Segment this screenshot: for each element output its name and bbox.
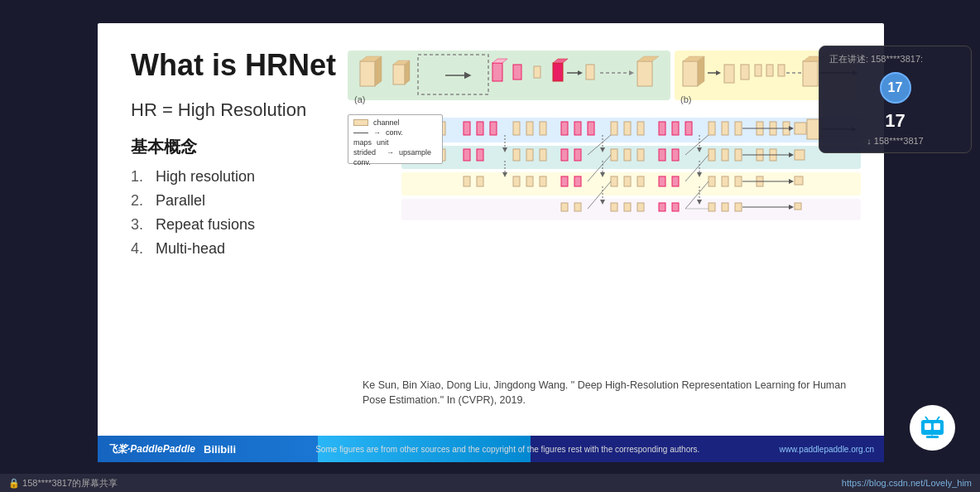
svg-rect-25 — [683, 61, 698, 86]
svg-rect-120 — [722, 203, 728, 211]
svg-rect-58 — [561, 122, 568, 135]
svg-rect-92 — [722, 149, 728, 161]
svg-rect-114 — [611, 203, 617, 211]
svg-rect-150 — [795, 150, 805, 160]
svg-rect-112 — [561, 203, 568, 211]
svg-text:(a): (a) — [354, 94, 365, 104]
user-name: ↓ 158****3817 — [829, 136, 961, 146]
svg-rect-84 — [561, 149, 568, 161]
svg-rect-116 — [637, 203, 644, 211]
svg-rect-82 — [526, 149, 533, 161]
svg-rect-104 — [624, 176, 631, 186]
svg-rect-153 — [795, 176, 803, 185]
svg-rect-100 — [540, 176, 546, 186]
user-count: 17 — [829, 110, 961, 132]
svg-rect-85 — [574, 149, 581, 161]
svg-rect-16 — [553, 63, 563, 81]
svg-rect-101 — [561, 176, 568, 186]
svg-rect-90 — [672, 149, 679, 161]
svg-rect-59 — [574, 122, 581, 135]
svg-rect-118 — [672, 203, 679, 211]
legend-box: channel → conv. maps unit strided → upsa… — [348, 114, 443, 164]
svg-rect-80 — [477, 149, 483, 161]
popup-header: 正在讲述: 158****3817: — [829, 53, 961, 65]
svg-rect-81 — [513, 149, 520, 161]
user-avatar: 17 — [880, 72, 911, 104]
svg-line-161 — [937, 417, 939, 420]
svg-rect-107 — [672, 176, 679, 186]
svg-rect-79 — [464, 149, 470, 161]
svg-rect-117 — [659, 203, 665, 211]
concept-num-3: 3. — [131, 216, 156, 234]
svg-rect-159 — [934, 423, 940, 430]
svg-rect-14 — [513, 65, 521, 80]
svg-rect-98 — [513, 176, 520, 186]
svg-rect-53 — [477, 122, 483, 135]
svg-marker-6 — [375, 56, 382, 86]
concept-label-3: Repeat fusions — [156, 216, 255, 234]
svg-rect-93 — [735, 149, 742, 161]
svg-rect-68 — [722, 122, 728, 135]
svg-rect-103 — [611, 176, 617, 186]
slide-footer: 飞桨·PaddlePaddle Bilibili Some figures ar… — [98, 436, 884, 462]
svg-rect-108 — [709, 176, 715, 186]
svg-rect-147 — [795, 123, 806, 134]
svg-rect-110 — [735, 176, 742, 186]
svg-rect-113 — [574, 203, 581, 211]
status-left-text: 🔒 158****3817的屏幕共享 — [8, 477, 118, 490]
footer-paddle: 飞桨·PaddlePaddle — [108, 442, 195, 456]
svg-rect-61 — [611, 122, 617, 135]
svg-rect-89 — [659, 149, 665, 161]
footer-center-text: Some figures are from other sources and … — [244, 445, 771, 454]
svg-rect-156 — [795, 203, 801, 210]
svg-rect-87 — [624, 149, 631, 161]
slide-content: What is HRNet HR = High Resolution 基本概念 … — [98, 23, 884, 462]
svg-rect-158 — [925, 423, 931, 430]
svg-rect-106 — [659, 176, 665, 186]
svg-rect-4 — [360, 61, 375, 86]
svg-rect-97 — [477, 176, 483, 186]
svg-rect-60 — [588, 122, 594, 135]
svg-rect-30 — [724, 65, 734, 83]
svg-rect-7 — [393, 65, 405, 84]
footer-bilibili: Bilibili — [204, 443, 236, 456]
svg-rect-15 — [534, 66, 540, 78]
svg-rect-109 — [722, 176, 728, 186]
concept-num-2: 2. — [131, 192, 156, 210]
citation-text: Ke Sun, Bin Xiao, Dong Liu, Jingdong Wan… — [363, 379, 846, 407]
user-popup: 正在讲述: 158****3817: 17 17 ↓ 158****3817 — [819, 46, 972, 153]
svg-marker-9 — [405, 60, 410, 84]
citation: Ke Sun, Bin Xiao, Dong Liu, Jingdong Wan… — [363, 378, 851, 409]
svg-rect-83 — [540, 149, 546, 161]
bilibili-icon — [910, 405, 955, 451]
svg-rect-99 — [526, 176, 533, 186]
svg-rect-57 — [540, 122, 546, 135]
svg-rect-20 — [586, 65, 594, 80]
diagram-area: (a) (b) — [348, 46, 861, 386]
svg-rect-88 — [637, 149, 644, 161]
concept-label-1: High resolution — [156, 168, 255, 186]
svg-rect-56 — [526, 122, 533, 135]
concept-num-1: 1. — [131, 168, 156, 186]
svg-rect-65 — [672, 122, 679, 135]
svg-rect-54 — [490, 122, 497, 135]
svg-rect-119 — [709, 203, 715, 211]
svg-rect-96 — [464, 176, 470, 186]
svg-rect-86 — [611, 149, 617, 161]
svg-text:(b): (b) — [680, 94, 691, 104]
concept-label-2: Parallel — [156, 192, 205, 210]
svg-rect-69 — [735, 122, 742, 135]
svg-rect-105 — [637, 176, 644, 186]
svg-rect-52 — [464, 122, 470, 135]
slide-container: What is HRNet HR = High Resolution 基本概念 … — [98, 23, 884, 462]
svg-rect-34 — [778, 65, 785, 76]
svg-rect-23 — [637, 61, 652, 86]
svg-rect-63 — [637, 122, 644, 135]
svg-rect-31 — [741, 65, 749, 80]
svg-rect-102 — [574, 176, 581, 186]
footer-url: www.paddlepaddle.org.cn — [779, 445, 874, 454]
svg-rect-36 — [803, 61, 818, 86]
svg-rect-12 — [492, 63, 502, 81]
status-bar: 🔒 158****3817的屏幕共享 https://blog.csdn.net… — [0, 474, 980, 492]
top-diagram-svg: (a) (b) — [348, 46, 861, 106]
